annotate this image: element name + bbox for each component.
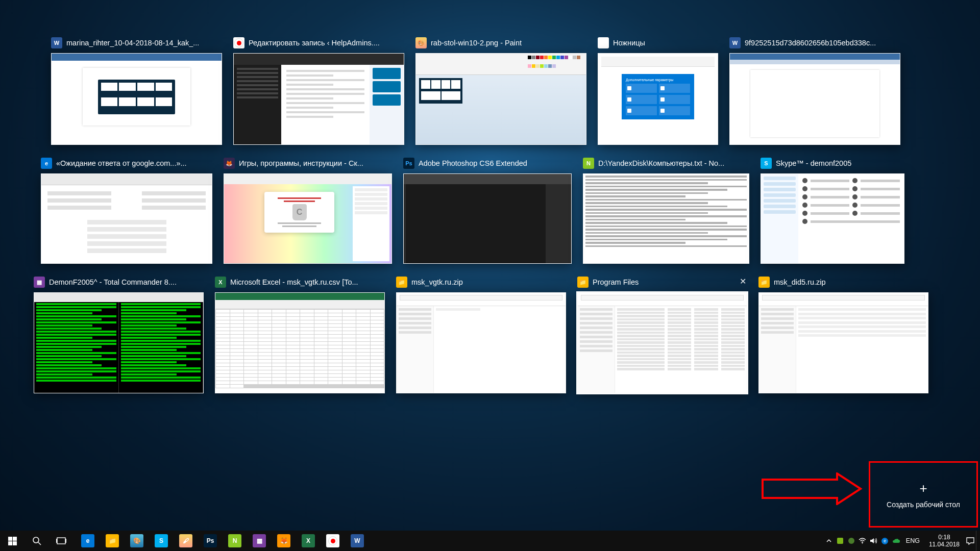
tray-onedrive-button[interactable] (891, 531, 902, 551)
tray-icon[interactable] (846, 531, 857, 551)
folder-icon: 📁 (758, 277, 770, 288)
svg-rect-1 (13, 537, 17, 541)
total-commander-icon: ▦ (253, 534, 266, 547)
search-icon (32, 536, 41, 545)
paint-palette-icon: 🎨 (130, 534, 143, 547)
window-thumb[interactable]: 📁 msk_vgtk.ru.zip (396, 275, 566, 393)
taskbar-app-edge[interactable]: e (76, 531, 100, 551)
thumbnail[interactable] (577, 292, 747, 393)
svg-point-9 (862, 543, 863, 544)
system-tray: e ENG 0:18 11.04.2018 (823, 531, 980, 551)
notification-icon (966, 537, 974, 545)
plus-icon: + (919, 481, 927, 496)
word-icon: W (351, 534, 364, 547)
cloud-sync-icon (892, 538, 900, 544)
thumbnail[interactable]: Дополнительные параметры (598, 53, 718, 145)
annotation-arrow-icon (761, 472, 863, 505)
tray-icon[interactable]: e (879, 531, 891, 551)
chevron-up-icon (826, 538, 831, 543)
window-thumb[interactable]: X Microsoft Excel - msk_vgtk.ru.csv [To.… (215, 275, 385, 393)
thumbnail[interactable] (761, 173, 904, 264)
tray-network-button[interactable] (857, 531, 868, 551)
task-view-button[interactable] (49, 531, 74, 551)
svg-line-5 (38, 542, 41, 545)
svg-rect-3 (13, 541, 17, 545)
window-thumb[interactable]: ✂ Ножницы Дополнительные параметры (598, 36, 718, 145)
close-icon[interactable]: ✕ (738, 278, 747, 287)
window-row-2: e «Ожидание ответа от google.com...»... … (41, 156, 929, 264)
taskbar: e 📁 🎨 S 🖌 Ps N ▦ 🦊 X W e ENG 0:18 11.04.… (0, 531, 980, 551)
taskbar-app-skype[interactable]: S (149, 531, 174, 551)
window-thumb[interactable]: N D:\YandexDisk\Компьютеры.txt - No... (583, 156, 749, 264)
window-thumb[interactable]: Ps Adobe Photoshop CS6 Extended (403, 156, 572, 264)
windows-logo-icon (8, 537, 17, 545)
thumbnail[interactable] (583, 173, 749, 264)
notepadpp-icon: N (228, 534, 241, 547)
show-desktop-button[interactable] (976, 531, 980, 551)
app-tray-icon (837, 538, 843, 544)
window-thumb[interactable]: W marina_rihter_10-04-2018-08-14_kak_... (51, 36, 222, 145)
start-button[interactable] (0, 531, 24, 551)
taskbar-app-notepadpp[interactable]: N (223, 531, 247, 551)
taskbar-app-firefox[interactable]: 🦊 (272, 531, 296, 551)
search-button[interactable] (24, 531, 49, 551)
folder-icon: 📁 (396, 277, 407, 288)
window-thumb[interactable]: 🎨 rab-stol-win10-2.png - Paint (415, 36, 586, 145)
window-title: Program Files (593, 278, 639, 286)
thumbnail[interactable] (403, 173, 572, 264)
action-center-button[interactable] (965, 531, 976, 551)
skype-icon: S (761, 158, 772, 169)
tray-icon[interactable] (835, 531, 846, 551)
window-thumb[interactable]: 🦊 Игры, программы, инструкции - Ск... (224, 156, 392, 264)
thumbnail[interactable] (729, 53, 900, 145)
speaker-icon (870, 537, 877, 544)
task-view-icon (56, 537, 66, 545)
thumbnail[interactable] (396, 292, 566, 393)
photoshop-icon: Ps (204, 534, 217, 547)
taskbar-app-tc[interactable]: ▦ (247, 531, 272, 551)
snip-heading: Дополнительные параметры (626, 78, 690, 82)
window-thumb[interactable]: 📁 msk_did5.ru.zip (758, 275, 928, 393)
firefox-icon: 🦊 (224, 158, 235, 169)
window-thumb[interactable]: S Skype™ - demonf2005 (761, 156, 904, 264)
taskbar-app-paint[interactable]: 🎨 (125, 531, 149, 551)
taskbar-app-photoshop[interactable]: Ps (198, 531, 223, 551)
svg-rect-8 (65, 539, 66, 543)
new-desktop-label: Создать рабочий стол (887, 500, 960, 509)
taskbar-app-excel[interactable]: X (296, 531, 321, 551)
task-view: W marina_rihter_10-04-2018-08-14_kak_...… (51, 36, 929, 405)
window-thumb[interactable]: ▦ DemonF2005^ - Total Commander 8.... (34, 275, 204, 393)
excel-icon: X (215, 277, 226, 288)
taskbar-app-yandex[interactable] (321, 531, 345, 551)
thumbnail[interactable] (41, 173, 212, 264)
window-thumb[interactable]: W 9f9252515d73d8602656b105ebd338c... (729, 36, 900, 145)
window-title: rab-stol-win10-2.png - Paint (431, 39, 522, 47)
thumbnail[interactable] (224, 173, 392, 264)
total-commander-icon: ▦ (34, 277, 45, 288)
explorer-icon: 📁 (106, 534, 119, 547)
edge-icon: e (41, 158, 52, 169)
paint-icon: 🖌 (179, 534, 192, 547)
tray-overflow-button[interactable] (823, 531, 835, 551)
thumbnail[interactable] (215, 292, 385, 393)
tray-volume-button[interactable] (868, 531, 879, 551)
thumbnail[interactable] (233, 53, 404, 145)
app-tray-icon: e (881, 538, 888, 544)
clock-button[interactable]: 0:18 11.04.2018 (924, 534, 965, 548)
window-thumb[interactable]: 📁 Program Files ✕ (577, 275, 747, 393)
snipping-tool-icon: ✂ (598, 37, 609, 48)
taskbar-app-word[interactable]: W (345, 531, 370, 551)
yandex-browser-icon (233, 37, 244, 48)
thumbnail[interactable] (51, 53, 222, 145)
window-thumb[interactable]: Редактировать запись ‹ HelpAdmins.... (233, 36, 404, 145)
taskbar-app-explorer[interactable]: 📁 (100, 531, 125, 551)
language-indicator[interactable]: ENG (902, 537, 924, 544)
window-thumb[interactable]: e «Ожидание ответа от google.com...»... (41, 156, 212, 264)
thumbnail[interactable] (758, 292, 928, 393)
taskbar-app-mspaint[interactable]: 🖌 (174, 531, 198, 551)
window-title: Игры, программы, инструкции - Ск... (239, 159, 363, 167)
new-desktop-button[interactable]: + Создать рабочий стол (870, 462, 977, 527)
thumbnail[interactable] (34, 292, 204, 393)
window-title: 9f9252515d73d8602656b105ebd338c... (745, 39, 876, 47)
thumbnail[interactable] (415, 53, 586, 145)
